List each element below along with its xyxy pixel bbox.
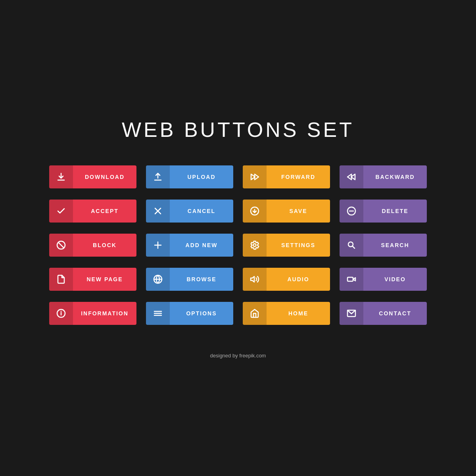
button-label: BACKWARD — [363, 174, 427, 180]
svg-rect-23 — [347, 277, 353, 281]
button-label: BROWSE — [170, 276, 233, 282]
add-new-button[interactable]: ADD NEW — [146, 234, 233, 257]
button-label: BLOCK — [73, 242, 136, 248]
button-label: UPLOAD — [170, 174, 233, 180]
delete-button[interactable]: DELETE — [340, 200, 427, 223]
browse-icon — [146, 268, 170, 291]
button-label: OPTIONS — [170, 310, 233, 317]
settings-button[interactable]: SETTINGS — [243, 234, 330, 257]
backward-icon — [340, 165, 363, 188]
options-button[interactable]: OPTIONS — [146, 302, 233, 325]
button-label: CONTACT — [363, 310, 427, 317]
video-icon — [340, 268, 363, 291]
button-label: SETTINGS — [267, 242, 330, 248]
button-label: SAVE — [267, 208, 330, 214]
search-icon — [340, 234, 363, 257]
information-button[interactable]: INFORMATION — [49, 302, 136, 325]
download-icon — [49, 165, 73, 188]
audio-button[interactable]: AUDIO — [243, 268, 330, 291]
home-icon — [243, 302, 267, 325]
button-label: AUDIO — [267, 276, 330, 282]
svg-point-27 — [61, 311, 61, 311]
button-label: HOME — [267, 310, 330, 317]
save-button[interactable]: SAVE — [243, 200, 330, 223]
check-icon — [49, 200, 73, 223]
audio-icon — [243, 268, 267, 291]
backward-button[interactable]: BACKWARD — [340, 165, 427, 188]
button-label: INFORMATION — [73, 310, 136, 317]
newpage-icon — [49, 268, 73, 291]
accept-button[interactable]: ACCEPT — [49, 200, 136, 223]
block-button[interactable]: BLOCK — [49, 234, 136, 257]
info-icon — [49, 302, 73, 325]
forward-button[interactable]: FORWARD — [243, 165, 330, 188]
new-page-button[interactable]: NEW PAGE — [49, 268, 136, 291]
settings-icon — [243, 234, 267, 257]
button-label: ACCEPT — [73, 208, 136, 214]
cancel-button[interactable]: CANCEL — [146, 200, 233, 223]
download-button[interactable]: DOWNLOAD — [49, 165, 136, 188]
button-label: DOWNLOAD — [73, 174, 136, 180]
search-button[interactable]: SEARCH — [340, 234, 427, 257]
video-button[interactable]: VIDEO — [340, 268, 427, 291]
button-label: DELETE — [363, 208, 427, 214]
button-label: CANCEL — [170, 208, 233, 214]
buttons-grid: DOWNLOADUPLOADFORWARDBACKWARDACCEPTCANCE… — [49, 165, 427, 325]
footer: designed by freepik.com — [210, 353, 266, 359]
upload-button[interactable]: UPLOAD — [146, 165, 233, 188]
delete-icon — [340, 200, 363, 223]
contact-icon — [340, 302, 363, 325]
button-label: VIDEO — [363, 276, 427, 282]
save-icon — [243, 200, 267, 223]
page-title: WEB BUTTONS SET — [122, 118, 354, 142]
button-label: ADD NEW — [170, 242, 233, 248]
button-label: NEW PAGE — [73, 276, 136, 282]
svg-marker-22 — [251, 276, 254, 282]
contact-button[interactable]: CONTACT — [340, 302, 427, 325]
upload-icon — [146, 165, 170, 188]
button-label: SEARCH — [363, 242, 427, 248]
options-icon — [146, 302, 170, 325]
x-icon — [146, 200, 170, 223]
home-button[interactable]: HOME — [243, 302, 330, 325]
plus-icon — [146, 234, 170, 257]
svg-line-15 — [58, 242, 64, 248]
svg-line-19 — [353, 246, 355, 248]
block-icon — [49, 234, 73, 257]
button-label: FORWARD — [267, 174, 330, 180]
browse-button[interactable]: BROWSE — [146, 268, 233, 291]
forward-icon — [243, 165, 267, 188]
